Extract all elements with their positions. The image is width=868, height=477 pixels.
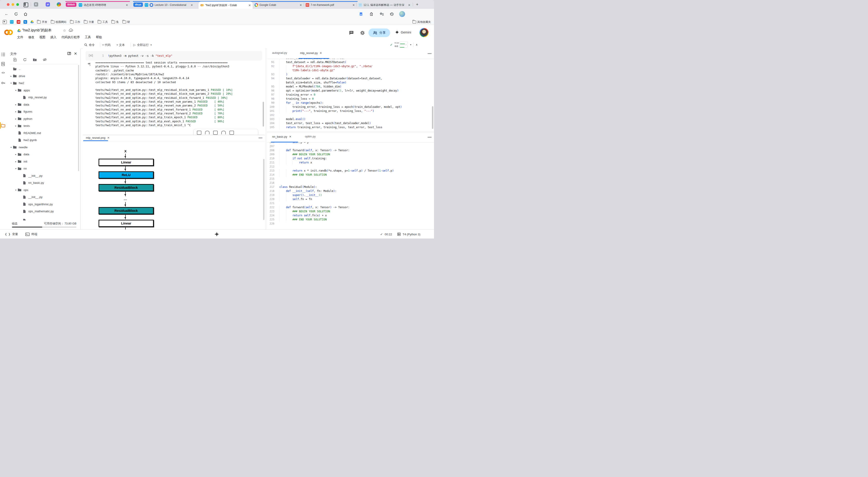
code-line-218[interactable]: 218 def __init__(self, fn: Module): bbox=[267, 189, 432, 193]
editor-tab-nn_basic.py[interactable]: nn_basic.py✕ bbox=[272, 135, 291, 138]
code-line-100[interactable]: 100 training_error, training_loss = epoc… bbox=[267, 106, 432, 110]
close-tab-icon[interactable]: ✕ bbox=[352, 3, 355, 7]
code-line-97[interactable]: 97 training_error = 0 bbox=[267, 93, 432, 97]
new-tab-button[interactable]: + bbox=[416, 2, 418, 7]
workspace-spark-icon[interactable] bbox=[57, 2, 61, 6]
image-panel-scrollbar[interactable] bbox=[263, 159, 265, 220]
bookmark-folder[interactable]: 力量 bbox=[84, 20, 94, 24]
sidebar-toggle-icon[interactable] bbox=[24, 2, 28, 7]
tree-expander-icon[interactable]: ▾ bbox=[14, 89, 18, 92]
code-line-224[interactable]: 224 return self.fn(x) + x bbox=[267, 214, 432, 218]
code-line-226[interactable]: 226 bbox=[267, 222, 432, 226]
tree-folder-apps[interactable]: ▾apps bbox=[6, 87, 81, 94]
code-line-219[interactable]: 219 super().__init__() bbox=[267, 193, 432, 198]
tree-folder-..[interactable]: .. bbox=[6, 65, 81, 72]
code-line-213[interactable]: 213 return x * init.randb(*x.shape, p=1-… bbox=[267, 169, 432, 173]
menu-修改[interactable]: 修改 bbox=[28, 35, 34, 39]
code-line-217[interactable]: 217class Residual(Module): bbox=[267, 185, 432, 189]
tree-expander-icon[interactable]: ▸ bbox=[14, 110, 18, 113]
code-line-208[interactable]: 208 def forward(self, x: Tensor) -> Tens… bbox=[267, 149, 432, 153]
code-line-212[interactable]: 212 bbox=[267, 165, 432, 169]
tree-expander-icon[interactable]: ▾ bbox=[9, 146, 13, 149]
browser-tab[interactable]: 12.1. 编译器和解释器 — 动手学深✕ bbox=[357, 2, 412, 8]
favorites-list-icon[interactable] bbox=[380, 11, 385, 17]
tree-folder-figures[interactable]: ▸figures bbox=[6, 108, 81, 115]
open-in-new-panel-icon[interactable] bbox=[67, 51, 72, 56]
panel-divider[interactable] bbox=[266, 49, 266, 230]
code-line-95[interactable]: 95 model = MLPResNet(784, hidden_dim) bbox=[267, 85, 432, 89]
toolbar-icon[interactable] bbox=[229, 131, 234, 135]
code-line-91[interactable]: 91 test_dataset = ndl.data.MNISTDataset( bbox=[267, 61, 432, 65]
star-notebook-icon[interactable]: ☆ bbox=[63, 28, 66, 33]
code-line-94[interactable]: 94 test_dataloader = ndl.data.DataLoader… bbox=[267, 77, 432, 81]
colab-logo[interactable] bbox=[4, 29, 13, 37]
editor-tab-mlp_resnet.py[interactable]: mlp_resnet.py✕ bbox=[300, 51, 322, 55]
tab-overflow-menu-icon[interactable]: ••• bbox=[258, 136, 263, 140]
tree-folder-ops[interactable]: ▾ops bbox=[6, 186, 81, 194]
tree-folder-init[interactable]: ▸init bbox=[6, 158, 81, 165]
tree-expander-icon[interactable]: ▸ bbox=[14, 125, 18, 127]
code-line-222[interactable]: 222 def forward(self, x: Tensor) -> Tens… bbox=[267, 206, 432, 210]
close-window-button[interactable] bbox=[7, 3, 9, 6]
code-line-220[interactable]: 220 self.fn = fn bbox=[267, 198, 432, 202]
toolbar-icon[interactable] bbox=[205, 131, 210, 134]
tree-folder-needle[interactable]: ▾needle bbox=[6, 144, 81, 151]
collapse-toolbar-icon[interactable]: ∧ bbox=[415, 43, 418, 46]
back-icon[interactable]: ← bbox=[4, 11, 9, 17]
bookmark-folder[interactable]: 工作 bbox=[70, 20, 80, 24]
bookmark-reading-icon[interactable] bbox=[3, 20, 7, 24]
browser-tab[interactable]: “hw2.ipynb”的副本 - Colab✕ bbox=[198, 2, 253, 9]
command-palette-button[interactable]: 命令 bbox=[84, 41, 95, 49]
tab-overflow-menu-icon[interactable]: ••• bbox=[428, 52, 432, 55]
code-cell[interactable]: [4] 1 !python3 -m pytest -v -s -k "test_… bbox=[86, 51, 262, 61]
tree-file-nn_basic.py[interactable]: nn_basic.py bbox=[6, 179, 81, 186]
code-line-98[interactable]: 98 training_loss = 0 bbox=[267, 97, 432, 101]
code-line-214[interactable]: 214 ### END YOUR SOLUTION bbox=[267, 173, 432, 177]
tree-folder-nn[interactable]: ▾nn bbox=[6, 165, 81, 172]
file-tree-scrollbar[interactable] bbox=[78, 65, 79, 171]
variables-button[interactable]: { } 变量 bbox=[5, 230, 18, 239]
code-line-92[interactable]: 92 f"{data_dir}/t10k-images-idx3-ubyte.g… bbox=[267, 65, 432, 69]
tree-file-clipped[interactable] bbox=[6, 217, 81, 220]
browser-tab[interactable]: PDF7-nn-framework.pdf✕ bbox=[304, 2, 357, 8]
code-line-102[interactable]: 102 bbox=[267, 114, 432, 118]
account-avatar[interactable] bbox=[420, 28, 429, 37]
menu-工具[interactable]: 工具 bbox=[85, 35, 91, 39]
code-line[interactable]: batch_size=batch_size, shuffle=False) bbox=[267, 81, 432, 85]
close-tab-icon[interactable]: ✕ bbox=[107, 136, 110, 140]
tree-file-README.md[interactable]: README.md bbox=[6, 129, 81, 137]
tree-folder-drive[interactable]: ▸drive bbox=[6, 72, 81, 80]
tree-file-__init__.py[interactable]: __init__.py bbox=[6, 193, 81, 201]
code-line-216[interactable]: 216 bbox=[267, 181, 432, 185]
close-panel-icon[interactable]: ✕ bbox=[74, 51, 79, 56]
tab-overflow-menu-icon[interactable]: ••• bbox=[428, 136, 432, 139]
tree-file-__init__.py[interactable]: __init__.py bbox=[6, 172, 81, 179]
code-line-93[interactable]: 93 ) bbox=[267, 73, 432, 77]
code-snippets-icon[interactable]: <> bbox=[1, 71, 5, 76]
tree-folder-hw2[interactable]: ▾hw2 bbox=[6, 80, 81, 87]
resource-monitor[interactable]: ✓ RAM 磁盘 ▼ ∧ bbox=[390, 41, 418, 48]
extensions-icon[interactable] bbox=[369, 11, 374, 17]
toolbar-icon[interactable] bbox=[213, 131, 218, 135]
code-line-101[interactable]: 101 print("---", training_error, trainin… bbox=[267, 110, 432, 114]
code-view[interactable]: 206 self.p = p207208 def forward(self, x… bbox=[267, 142, 432, 230]
bookmark-folder[interactable]: 校园网站 bbox=[51, 20, 66, 24]
tree-file-ops_logarithmic.py[interactable]: ops_logarithmic.py bbox=[6, 201, 81, 208]
close-tab-icon[interactable]: ✕ bbox=[320, 51, 322, 55]
tree-folder-data[interactable]: ▸data bbox=[6, 101, 81, 108]
editor-scrollbar[interactable] bbox=[432, 106, 433, 129]
code-line[interactable]: batch_size=batch_size, shuffle=True) bbox=[267, 59, 432, 61]
notebook-scrollbar[interactable] bbox=[263, 102, 264, 127]
mount-drive-icon[interactable] bbox=[33, 58, 37, 62]
toolbar-icon[interactable] bbox=[221, 131, 226, 134]
gemini-button[interactable]: Gemini bbox=[395, 30, 411, 34]
find-replace-icon[interactable] bbox=[1, 62, 5, 66]
code-line-99[interactable]: 99 for _ in range(epochs): bbox=[267, 101, 432, 106]
bookmark-folder[interactable]: 鱼 bbox=[112, 20, 119, 24]
close-tab-icon[interactable]: ✕ bbox=[191, 3, 193, 7]
toolbar-icon[interactable] bbox=[197, 131, 202, 135]
tree-expander-icon[interactable]: ▸ bbox=[14, 118, 18, 120]
image-tab[interactable]: mlp_resnet.png✕ bbox=[86, 136, 110, 140]
notebook-title[interactable]: “hw2.ipynb”的副本 bbox=[22, 28, 52, 33]
tree-folder-data[interactable]: ▸data bbox=[6, 151, 81, 158]
